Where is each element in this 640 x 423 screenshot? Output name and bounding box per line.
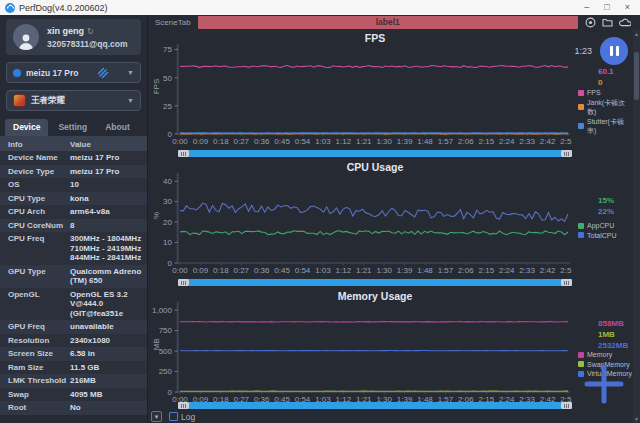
current-values: 858MB1MB2532MB [598,318,628,351]
folder-icon[interactable] [602,17,613,28]
slider-range[interactable] [189,402,561,409]
svg-text:1:39: 1:39 [397,266,413,275]
legend-label: FPS [587,88,601,98]
row-value: unavailable [70,322,147,332]
user-name: xin geng↻ [47,26,128,36]
title-bar: PerfDog(v4.0.200602) – □ × [0,0,640,15]
table-row: CPU Freq300MHz - 1804MHz 710MHz - 2419MH… [0,232,147,265]
tab-device[interactable]: Device [5,119,48,136]
svg-text:1:48: 1:48 [417,266,433,275]
time-range-slider[interactable] [178,150,572,157]
svg-text:0:54: 0:54 [295,266,311,275]
legend-item-appcpu[interactable]: AppCPU [578,221,617,231]
slider-left-handle[interactable] [178,402,189,409]
value-readout: 858MB [598,318,628,329]
scene-tab[interactable]: SceneTab [148,15,198,30]
scene-marker-icon[interactable] [585,17,596,28]
row-value: meizu 17 Pro [70,167,147,177]
table-row: CPU Typekona [0,192,147,206]
time-range-slider[interactable] [178,279,572,286]
slider-right-handle[interactable] [561,279,572,286]
slider-range[interactable] [189,150,561,157]
slider-left-handle[interactable] [178,150,189,157]
window-title: PerfDog(v4.0.200602) [19,3,108,13]
cloud-icon[interactable] [619,17,631,28]
svg-text:250: 250 [159,367,173,376]
legend-label: AppCPU [587,221,614,231]
svg-text:2:42: 2:42 [540,137,556,146]
chart-title: CPU Usage [180,161,570,173]
time-range-slider[interactable] [178,402,572,409]
legend-label: Memory [587,350,612,360]
avatar [13,24,39,50]
svg-text:20: 20 [163,218,172,227]
elapsed-time: 1:23 [574,46,592,56]
slider-right-handle[interactable] [561,150,572,157]
svg-text:0:18: 0:18 [213,137,229,146]
sidebar: xin geng↻ 320578311@qq.com meizu 17 Pro … [0,15,148,423]
legend-label: Stutter(卡顿率) [587,117,632,136]
row-value: 10 [70,180,147,190]
scroll-down-icon[interactable]: ▼ [633,415,640,423]
chart-footer: ▼ Log [150,411,195,422]
vertical-scrollbar[interactable]: ▲ ▼ [633,30,640,423]
row-label: OS [0,180,70,190]
refresh-icon[interactable]: ↻ [87,27,94,36]
slider-right-handle[interactable] [561,402,572,409]
legend-item-stutter[interactable]: Stutter(卡顿率) [578,117,632,136]
close-button[interactable]: × [625,0,630,15]
svg-text:0:09: 0:09 [193,266,209,275]
svg-text:0:36: 0:36 [254,137,270,146]
device-select[interactable]: meizu 17 Pro ▼ [6,62,141,83]
legend-label: TotalCPU [587,231,617,241]
tab-about[interactable]: About [97,119,138,136]
legend-item-jank[interactable]: Jank(卡顿次数) [578,98,632,117]
row-label: Screen Size [0,349,70,359]
svg-text:2:51: 2:51 [560,266,572,275]
svg-text:2:24: 2:24 [499,137,515,146]
svg-text:2:06: 2:06 [458,137,474,146]
svg-text:500: 500 [159,347,173,356]
maximize-button[interactable]: □ [604,0,609,15]
scene-label-bar[interactable]: label1 [198,16,578,29]
svg-text:1:30: 1:30 [376,266,392,275]
legend: AppCPUTotalCPU [578,221,617,240]
minimize-button[interactable]: – [584,0,589,15]
row-value: meizu 17 Pro [70,153,147,163]
expand-button[interactable]: ▼ [151,411,162,422]
slider-left-handle[interactable] [178,279,189,286]
table-row: LMK Threshold216MB [0,374,147,388]
pause-icon [616,46,619,56]
legend-swatch-icon [578,232,584,238]
scrollbar-thumb[interactable] [634,52,639,100]
legend-item-fps[interactable]: FPS [578,88,632,98]
legend-item-totalcpu[interactable]: TotalCPU [578,231,617,241]
row-value: Qualcomm Adreno (TM) 650 [70,267,147,286]
table-row: Device Typemeizu 17 Pro [0,165,147,179]
row-label: GPU Type [0,267,70,286]
add-label-button[interactable] [584,364,624,404]
app-icon [13,94,26,107]
scroll-up-icon[interactable]: ▲ [633,30,640,38]
svg-text:1:30: 1:30 [376,137,392,146]
row-value: 216MB [70,376,147,386]
fps-chart: FPSFPS75502500:000:090:180:270:360:450:5… [150,32,632,160]
tab-setting[interactable]: Setting [50,119,95,136]
connection-mode-icon[interactable] [97,67,109,79]
table-row: Screen Size6.58 in [0,347,147,361]
device-status-icon [13,69,21,77]
log-checkbox[interactable]: Log [169,412,195,422]
slider-range[interactable] [189,279,561,286]
row-value: arm64-v8a [70,207,147,217]
table-row: RootNo [0,401,147,415]
svg-text:2:51: 2:51 [560,137,572,146]
pause-button[interactable] [600,37,628,65]
svg-text:2:33: 2:33 [519,137,535,146]
table-row: Ram Size11.5 GB [0,361,147,375]
legend-item-memory[interactable]: Memory [578,350,632,360]
app-select[interactable]: 王者荣耀 ▼ [6,90,141,111]
scene-bar: SceneTab label1 [148,15,640,30]
user-email: 320578311@qq.com [47,39,128,49]
row-value: 6.58 in [70,349,147,359]
value-readout: 22% [598,206,614,217]
